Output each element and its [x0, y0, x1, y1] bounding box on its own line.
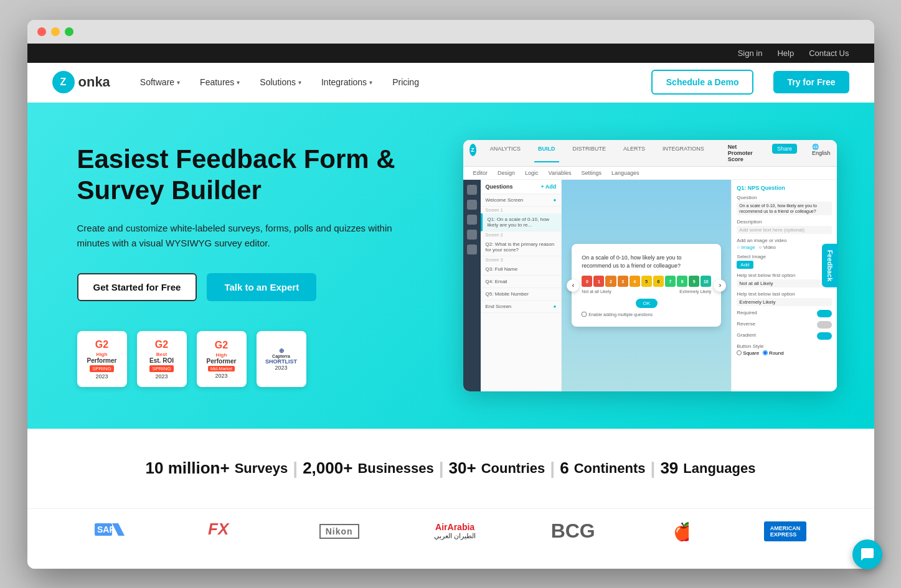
ok-button[interactable]: OK [636, 299, 658, 308]
stat-languages-label: Languages [683, 460, 755, 477]
settings-title: Q1: NPS Question [737, 185, 831, 191]
sidebar-icon[interactable] [467, 215, 477, 225]
subtab-settings[interactable]: Settings [576, 167, 606, 179]
question-phone[interactable]: Q5: Mobile Number [481, 288, 562, 301]
try-free-button[interactable]: Try for Free [773, 71, 849, 93]
chat-button[interactable] [852, 539, 882, 569]
nps-0[interactable]: 0 [582, 276, 592, 287]
schedule-demo-button[interactable]: Schedule a Demo [651, 70, 754, 95]
app-language: 🌐 English [812, 144, 831, 162]
subtab-logic[interactable]: Logic [520, 167, 544, 179]
signin-link[interactable]: Sign in [738, 49, 763, 58]
reverse-toggle[interactable] [817, 321, 832, 329]
nps-4[interactable]: 4 [630, 276, 640, 287]
logo-text: onka [78, 74, 110, 90]
stat-countries-label: Countries [481, 460, 545, 477]
round-style-option[interactable]: Round [763, 350, 784, 356]
close-dot[interactable] [37, 27, 46, 36]
video-option[interactable]: ○ Video [759, 245, 776, 250]
allow-multiple-checkbox: Enable adding multiple questions [582, 312, 711, 317]
nps-5[interactable]: 5 [641, 276, 652, 287]
nav-features[interactable]: Features ▾ [200, 77, 240, 87]
square-style-option[interactable]: Square [737, 350, 759, 356]
settings-question-field: Question On a scale of 0-10, how likely … [737, 195, 831, 215]
tab-integrations[interactable]: INTEGRATIONS [659, 144, 708, 162]
add-question-button[interactable]: + Add [540, 184, 556, 190]
questions-header: Questions + Add [481, 180, 562, 194]
hero-section: Easiest Feedback Form & Survey Builder C… [27, 103, 874, 429]
stat-countries-number: 30+ [449, 459, 476, 478]
chevron-down-icon: ▾ [369, 79, 372, 86]
question-welcome[interactable]: Welcome Screen ● [481, 194, 562, 207]
subtab-languages[interactable]: Languages [606, 167, 644, 179]
nps-1[interactable]: 1 [593, 276, 604, 287]
image-option[interactable]: ○ Image [737, 245, 755, 250]
badge-mid-market: G2 High Performer Mid-Market 2023 [197, 331, 247, 387]
browser-chrome [27, 20, 874, 44]
hero-content: Easiest Feedback Form & Survey Builder C… [77, 144, 426, 388]
question-email[interactable]: Q4: Email [481, 276, 562, 288]
multiple-answers-checkbox[interactable] [582, 312, 587, 317]
minimize-dot[interactable] [51, 27, 60, 36]
stat-divider: | [651, 459, 656, 478]
nps-9[interactable]: 9 [689, 276, 699, 287]
nav-integrations[interactable]: Integrations ▾ [321, 77, 372, 87]
question-name[interactable]: Q3: Full Name [481, 263, 562, 276]
logo[interactable]: Z onka [52, 71, 110, 93]
tab-alerts[interactable]: ALERTS [620, 144, 649, 162]
app-screenshot: Z ANALYTICS BUILD DISTRIBUTE ALERTS INTE… [463, 140, 837, 391]
app-topbar: Z ANALYTICS BUILD DISTRIBUTE ALERTS INTE… [463, 140, 837, 167]
sidebar-icon[interactable] [467, 245, 477, 254]
subtab-variables[interactable]: Variables [544, 167, 577, 179]
help-link[interactable]: Help [777, 49, 794, 58]
question-end[interactable]: End Screen ● [481, 301, 562, 313]
section-label: Screen 2 [481, 231, 562, 238]
brand-fx: FX [207, 520, 244, 543]
feedback-side-tab[interactable]: Feedback [822, 243, 838, 287]
g2-icon: G2 [155, 339, 168, 350]
navbar: Z onka Software ▾ Features ▾ Solutions ▾… [27, 63, 874, 103]
talk-expert-button[interactable]: Talk to an Expert [207, 273, 316, 301]
subtab-design[interactable]: Design [493, 167, 520, 179]
question-nps[interactable]: Q1: On a scale of 0-10, how likely are y… [481, 213, 562, 231]
tab-analytics[interactable]: ANALYTICS [486, 144, 524, 162]
required-toggle[interactable] [817, 310, 832, 317]
app-sidebar [463, 180, 481, 391]
nps-7[interactable]: 7 [665, 276, 676, 287]
nps-3[interactable]: 3 [618, 276, 628, 287]
nps-8[interactable]: 8 [677, 276, 687, 287]
get-started-button[interactable]: Get Started for Free [77, 273, 197, 301]
nps-10[interactable]: 10 [701, 276, 711, 287]
nav-solutions[interactable]: Solutions ▾ [260, 77, 301, 87]
next-arrow[interactable]: › [714, 279, 726, 292]
chevron-down-icon: ▾ [177, 79, 180, 86]
stat-continents-label: Continents [574, 460, 646, 477]
g2-icon: G2 [95, 339, 108, 350]
app-share-button[interactable]: Share [772, 144, 797, 154]
nps-2[interactable]: 2 [605, 276, 616, 287]
subtab-editor[interactable]: Editor [468, 167, 493, 179]
hero-description: Create and customize white-labeled surve… [77, 221, 426, 251]
brand-nikon: Nikon [319, 524, 359, 539]
badge-high-performer: G2 High Performer SPRING 2023 [77, 331, 127, 387]
sidebar-icon[interactable] [467, 185, 477, 195]
nav-software[interactable]: Software ▾ [140, 77, 180, 87]
add-image-button[interactable]: Add [737, 261, 753, 269]
section-label: Screen 3 [481, 256, 562, 263]
maximize-dot[interactable] [65, 27, 73, 36]
chevron-down-icon: ▾ [237, 79, 240, 86]
question-reason[interactable]: Q2: What is the primary reason for your … [481, 238, 562, 256]
brand-sap: SAP [95, 520, 132, 543]
section-label: Screen 1 [481, 207, 562, 213]
tab-build[interactable]: BUILD [534, 144, 559, 162]
contact-link[interactable]: Contact Us [809, 49, 849, 58]
nav-pricing[interactable]: Pricing [392, 77, 419, 87]
nps-preview-card: On a scale of 0-10, how likely are you t… [572, 244, 721, 327]
tab-distribute[interactable]: DISTRIBUTE [569, 144, 610, 162]
sidebar-icon[interactable] [467, 200, 477, 210]
sidebar-icon[interactable] [467, 230, 477, 240]
gradient-toggle[interactable] [817, 332, 832, 340]
nps-6[interactable]: 6 [653, 276, 664, 287]
prev-arrow[interactable]: ‹ [567, 279, 579, 292]
settings-reverse: Reverse [737, 321, 831, 329]
